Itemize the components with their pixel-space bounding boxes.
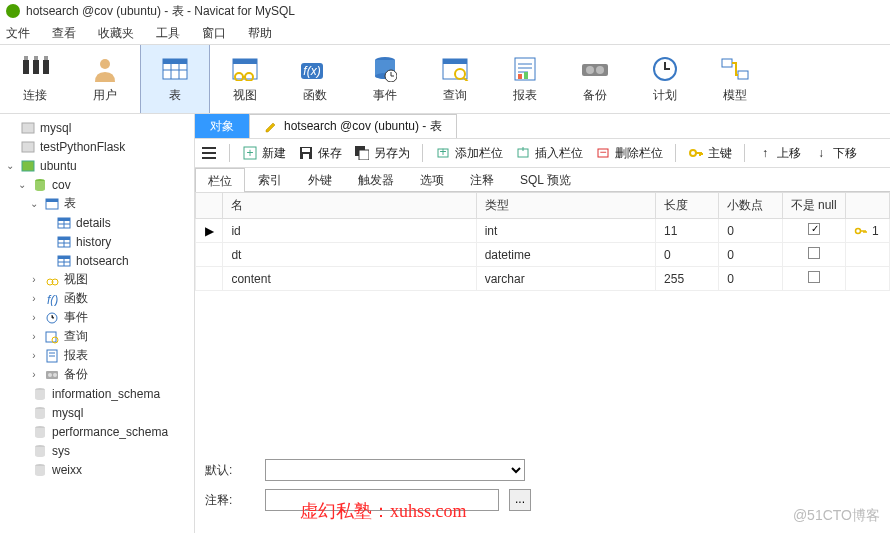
tree-item[interactable]: history [0,232,194,251]
view-button[interactable]: 视图 [210,45,280,113]
function-button[interactable]: f(x)函数 [280,45,350,113]
saveas-button[interactable]: 另存为 [354,145,410,162]
subtab[interactable]: 触发器 [345,167,407,193]
subtab[interactable]: 外键 [295,167,345,193]
caret-icon: › [28,274,40,285]
svg-point-23 [596,66,604,74]
tree-item[interactable]: ⌄表 [0,194,194,213]
col-type[interactable]: 类型 [476,193,655,219]
movedown-button[interactable]: ↓下移 [813,145,857,162]
tree-item[interactable]: ›备份 [0,365,194,384]
user-button[interactable]: 用户 [70,45,140,113]
comment-input[interactable] [265,489,499,511]
svg-rect-16 [443,59,467,64]
report-button[interactable]: 报表 [490,45,560,113]
menu-window[interactable]: 窗口 [202,25,226,42]
svg-point-66 [690,150,696,156]
schedule-icon [649,55,681,83]
tree-item[interactable]: ›事件 [0,308,194,327]
db-off-icon [32,425,48,439]
primarykey-button[interactable]: 主键 [688,145,732,162]
report-icon [44,349,60,363]
caret-icon: › [28,293,40,304]
table-icon [56,254,72,268]
tree-item[interactable]: mysql [0,118,194,137]
tree-item[interactable]: details [0,213,194,232]
key-icon [688,145,704,161]
tree-item[interactable]: information_schema [0,384,194,403]
caret-icon: › [28,331,40,342]
db-off-icon [32,463,48,477]
svg-rect-29 [22,161,34,171]
svg-text:−: − [599,146,606,159]
notnull-checkbox[interactable] [808,247,820,259]
col-key[interactable] [845,193,889,219]
save-button[interactable]: 保存 [298,145,342,162]
schedule-button[interactable]: 计划 [630,45,700,113]
action-bar: +新建 保存 另存为 +添加栏位 插入栏位 −删除栏位 主键 ↑上移 ↓下移 [195,138,890,168]
tree-item[interactable]: performance_schema [0,422,194,441]
query-button[interactable]: 查询 [420,45,490,113]
comment-more-button[interactable]: ... [509,489,531,511]
insertfield-button[interactable]: 插入栏位 [515,145,583,162]
field-row[interactable]: ▶idint1101 [196,219,890,243]
field-row[interactable]: contentvarchar2550 [196,267,890,291]
backup-button[interactable]: 备份 [560,45,630,113]
query-icon [439,55,471,83]
delfield-button[interactable]: −删除栏位 [595,145,663,162]
report-icon [509,55,541,83]
tree-item[interactable]: hotsearch [0,251,194,270]
table-button[interactable]: 表 [140,45,210,113]
menu-icon[interactable] [201,145,217,161]
tree-item[interactable]: sys [0,441,194,460]
svg-text:f(): f() [47,293,58,306]
tree-item[interactable]: ⌄cov [0,175,194,194]
subtab[interactable]: 注释 [457,167,507,193]
tree-item[interactable]: ›f()函数 [0,289,194,308]
col-length[interactable]: 长度 [656,193,719,219]
conn-off-icon [20,140,36,154]
subtab[interactable]: SQL 预览 [507,167,584,193]
connect-button[interactable]: 连接 [0,45,70,113]
menu-file[interactable]: 文件 [6,25,30,42]
main-toolbar: 连接用户表视图f(x)函数事件查询报表备份计划模型 [0,44,890,114]
event-button[interactable]: 事件 [350,45,420,113]
tree-item[interactable]: mysql [0,403,194,422]
col-notnull[interactable]: 不是 null [782,193,845,219]
field-row[interactable]: dtdatetime00 [196,243,890,267]
tree-item[interactable]: ›查询 [0,327,194,346]
menu-tools[interactable]: 工具 [156,25,180,42]
col-name[interactable]: 名 [223,193,476,219]
subtab[interactable]: 选项 [407,167,457,193]
tab-objects[interactable]: 对象 [195,114,249,138]
new-button[interactable]: +新建 [242,145,286,162]
tree-item[interactable]: ›视图 [0,270,194,289]
tree-item[interactable]: ⌄ubuntu [0,156,194,175]
default-select[interactable] [265,459,525,481]
tree-item[interactable]: ›报表 [0,346,194,365]
view-icon [44,273,60,287]
table-icon [56,216,72,230]
menu-fav[interactable]: 收藏夹 [98,25,134,42]
menu-help[interactable]: 帮助 [248,25,272,42]
model-button[interactable]: 模型 [700,45,770,113]
col-decimals[interactable]: 小数点 [719,193,782,219]
tab-strip: 对象 hotsearch @cov (ubuntu) - 表 [195,114,890,138]
menu-view[interactable]: 查看 [52,25,76,42]
addfield-button[interactable]: +添加栏位 [435,145,503,162]
db-off-icon [32,444,48,458]
tree-item[interactable]: weixx [0,460,194,479]
caret-icon: › [28,369,40,380]
notnull-checkbox[interactable] [808,271,820,283]
db-off-icon [32,406,48,420]
tree-item[interactable]: testPythonFlask [0,137,194,156]
tab-designer[interactable]: hotsearch @cov (ubuntu) - 表 [249,114,457,138]
svg-rect-60 [359,150,369,160]
subtab[interactable]: 栏位 [195,168,245,194]
window-title: hotsearch @cov (ubuntu) - 表 - Navicat fo… [26,3,295,20]
menubar: 文件 查看 收藏夹 工具 窗口 帮助 [0,22,890,44]
subtab[interactable]: 索引 [245,167,295,193]
caret-icon: › [28,350,40,361]
moveup-button[interactable]: ↑上移 [757,145,801,162]
notnull-checkbox[interactable] [808,223,820,235]
